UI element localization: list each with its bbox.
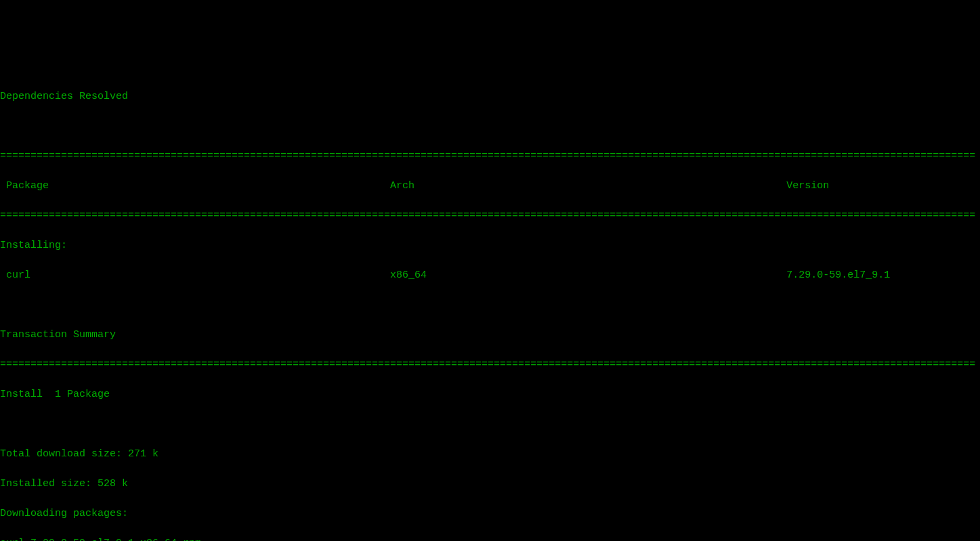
blank-line: [0, 417, 980, 432]
downloading-label: Downloading packages:: [0, 506, 980, 521]
download-size: Total download size: 271 k: [0, 447, 980, 462]
rule-line: ========================================…: [0, 209, 980, 223]
table-header-row: Package Arch Version: [0, 179, 980, 194]
col-package: Package: [0, 180, 49, 192]
pkg-arch: x86_64: [390, 269, 427, 281]
rpm-file: curl-7.29.0-59.el7_9.1.x86_64.rpm: [0, 536, 980, 541]
pkg-name: curl: [0, 269, 30, 281]
deps-resolved-heading: Dependencies Resolved: [0, 89, 980, 104]
col-arch: Arch: [390, 180, 414, 192]
install-count: Install 1 Package: [0, 387, 980, 402]
pkg-version: 7.29.0-59.el7_9.1: [786, 269, 890, 281]
rule-line: ========================================…: [0, 149, 980, 164]
installed-size: Installed size: 528 k: [0, 477, 980, 492]
blank-line: [0, 298, 980, 313]
transaction-summary-heading: Transaction Summary: [0, 328, 980, 343]
rule-line: ========================================…: [0, 358, 980, 372]
rule-line: [0, 119, 980, 134]
installing-label: Installing:: [0, 238, 980, 253]
col-version: Version: [786, 180, 829, 192]
terminal-output[interactable]: Dependencies Resolved ==================…: [0, 74, 980, 541]
table-row: curl x86_64 7.29.0-59.el7_9.1: [0, 268, 980, 283]
